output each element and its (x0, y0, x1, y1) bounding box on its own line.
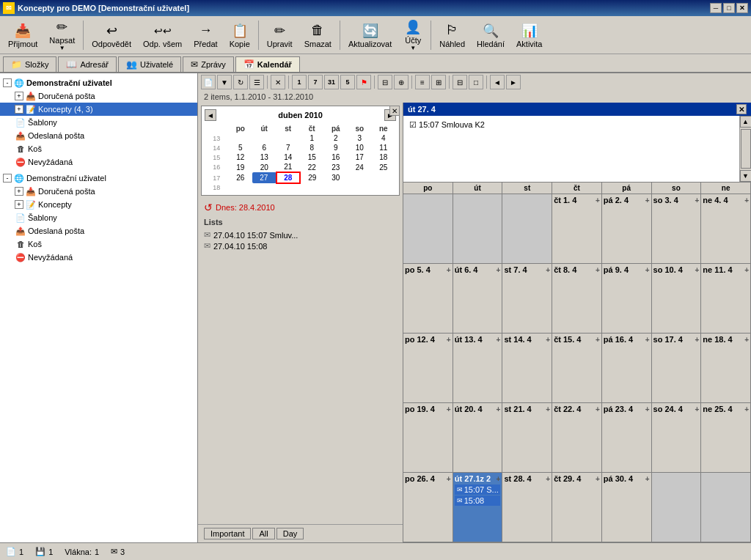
mini-cal-day[interactable]: 6 (252, 143, 276, 152)
month-day-cell[interactable]: pá 30. 4+ (602, 473, 652, 542)
mini-cal-day[interactable]: 16 (324, 152, 348, 162)
sidebar-item-kos2[interactable]: 🗑 Koš (0, 237, 197, 251)
month-day-add-btn[interactable]: + (497, 336, 501, 344)
month-day-cell[interactable]: so 10. 4+ (652, 264, 702, 333)
sidebar-item-nevyzadana2[interactable]: ⛔ Nevyžádaná (0, 251, 197, 264)
expand-group2[interactable]: - (3, 174, 12, 183)
month-day-add-btn[interactable]: + (596, 336, 600, 344)
toolbar-hledani[interactable]: 🔍 Hledání (472, 20, 510, 51)
tab-slozky[interactable]: 📁 Složky (3, 56, 56, 72)
cal-dropdown-btn[interactable]: ▼ (217, 75, 232, 89)
expand-group1[interactable]: - (3, 78, 12, 87)
month-day-cell[interactable]: ne 11. 4+ (701, 264, 751, 333)
month-day-add-btn[interactable]: + (645, 475, 650, 483)
footer-btn-day[interactable]: Day (276, 528, 304, 539)
sidebar-item-odeslana2[interactable]: 📤 Odeslaná pošta (0, 224, 197, 237)
month-day-cell[interactable]: pá 23. 4+ (602, 403, 652, 472)
month-day-add-btn[interactable]: + (695, 266, 699, 274)
month-day-add-btn[interactable]: + (546, 336, 550, 344)
left-close-btn[interactable]: ✕ (389, 106, 400, 116)
cal-new-btn[interactable]: 📄 (201, 75, 216, 89)
mini-cal-day[interactable]: 22 (300, 162, 324, 172)
month-day-cell[interactable]: st 14. 4+ (502, 334, 552, 402)
month-day-cell[interactable]: út 6. 4+ (453, 264, 503, 333)
month-day-cell[interactable]: út 27.1z 2+✉15:07 S...✉15:08 (453, 473, 503, 542)
mini-cal-day[interactable]: 26 (229, 172, 253, 183)
month-day-cell[interactable]: pá 9. 4+ (602, 264, 652, 333)
expand-dorucena1[interactable]: + (15, 92, 23, 100)
sidebar-item-koncepty2[interactable]: + 📝 Koncepty (0, 198, 197, 211)
month-day-add-btn[interactable]: + (447, 336, 451, 344)
month-day-add-btn[interactable]: + (596, 405, 600, 413)
month-day-cell[interactable] (453, 194, 503, 263)
toolbar-odp-vsem[interactable]: ↩↩ Odp. všem (138, 20, 187, 51)
sidebar-item-nevyzadana1[interactable]: ⛔ Nevyžádaná (0, 155, 197, 169)
month-day-cell[interactable] (502, 194, 552, 263)
mini-cal-day[interactable]: 17 (348, 152, 372, 162)
footer-btn-important[interactable]: Important (204, 528, 251, 539)
toolbar-napsat[interactable]: ✏ Napsat ▼ (44, 16, 80, 54)
month-day-add-btn[interactable]: + (596, 196, 600, 205)
toolbar-predat[interactable]: → Předat (188, 20, 222, 51)
expand-koncepty2[interactable]: + (15, 200, 23, 209)
month-day-cell[interactable]: st 7. 4+ (502, 264, 552, 333)
mini-cal-day[interactable]: 15 (300, 152, 324, 162)
mini-cal-day[interactable]: 9 (324, 143, 348, 152)
month-day-add-btn[interactable]: + (497, 475, 501, 483)
mini-cal-day[interactable]: 14 (276, 152, 301, 162)
month-day-add-btn[interactable]: + (645, 405, 650, 413)
cal-event[interactable]: ✉15:08 (455, 495, 501, 506)
month-day-add-btn[interactable]: + (744, 196, 749, 205)
cal-refresh-btn[interactable]: ↻ (233, 75, 248, 89)
expand-koncepty1[interactable]: + (15, 105, 23, 114)
detail-panel-close-btn[interactable]: ✕ (736, 104, 747, 114)
month-day-cell[interactable]: čt 22. 4+ (552, 403, 602, 472)
month-day-cell[interactable]: čt 15. 4+ (552, 334, 602, 402)
cal-find2-btn[interactable]: ⊕ (394, 75, 409, 89)
mini-cal-day[interactable]: 13 (252, 152, 276, 162)
month-day-add-btn[interactable]: + (447, 266, 451, 274)
cal-day5-btn[interactable]: 5 (340, 75, 355, 89)
cal-find-btn[interactable]: ⊟ (378, 75, 392, 89)
month-day-cell[interactable]: so 17. 4+ (652, 334, 702, 402)
toolbar-ucty[interactable]: 👤 Účty ▼ (398, 16, 428, 54)
mini-cal-day[interactable]: 1 (300, 133, 324, 143)
month-day-cell[interactable]: pá 16. 4+ (602, 334, 652, 402)
expand-dorucena2[interactable]: + (15, 187, 23, 196)
month-day-add-btn[interactable]: + (645, 266, 650, 274)
month-day-add-btn[interactable]: + (645, 336, 650, 344)
sidebar-item-odeslana1[interactable]: 📤 Odeslaná pošta (0, 129, 197, 142)
scrollbar-thumb[interactable] (741, 129, 751, 169)
month-day-cell[interactable]: pá 2. 4+ (602, 194, 652, 263)
tree-group-2[interactable]: - 🌐 Demonstrační uživatel (0, 172, 197, 185)
footer-btn-all[interactable]: All (252, 528, 274, 539)
mini-cal-day[interactable]: 2 (324, 133, 348, 143)
tree-group-1[interactable]: - 🌐 Demonstrační uživatel (0, 76, 197, 89)
mini-cal-day[interactable]: 24 (348, 162, 372, 172)
month-day-add-btn[interactable]: + (695, 336, 699, 344)
tab-adresar[interactable]: 📖 Adresář (58, 56, 117, 72)
sidebar-item-sablony2[interactable]: 📄 Šablony (0, 211, 197, 224)
mini-cal-day[interactable]: 11 (372, 143, 396, 152)
tab-zpravy[interactable]: ✉ Zprávy (183, 56, 234, 72)
sidebar-item-dorucena2[interactable]: + 📥 Doručená pošta (0, 185, 197, 198)
month-day-cell[interactable]: so 24. 4+ (652, 403, 702, 472)
mini-cal-day[interactable]: 20 (252, 162, 276, 172)
month-day-cell[interactable]: ne 4. 4+ (701, 194, 751, 263)
month-day-add-btn[interactable]: + (645, 196, 650, 205)
month-day-cell[interactable]: út 20. 4+ (453, 403, 503, 472)
sidebar-item-sablony1[interactable]: 📄 Šablony (0, 116, 197, 129)
month-day-cell[interactable]: po 5. 4+ (403, 264, 453, 333)
cal-delete-btn[interactable]: ✕ (271, 75, 285, 89)
month-day-add-btn[interactable]: + (546, 405, 550, 413)
mini-cal-day[interactable]: 28 (276, 172, 301, 183)
month-day-add-btn[interactable]: + (497, 266, 501, 274)
mini-cal-day[interactable]: 29 (300, 172, 324, 183)
scrollbar-up[interactable]: ▲ (740, 116, 752, 128)
month-day-cell[interactable]: čt 29. 4+ (552, 473, 602, 542)
toolbar-aktualizovat[interactable]: 🔄 Aktualizovat (343, 20, 397, 51)
cal-listview-btn[interactable]: ≡ (415, 75, 430, 89)
mini-cal-day[interactable]: 5 (229, 143, 253, 152)
mini-cal-day[interactable]: 18 (372, 152, 396, 162)
month-day-add-btn[interactable]: + (596, 266, 600, 274)
